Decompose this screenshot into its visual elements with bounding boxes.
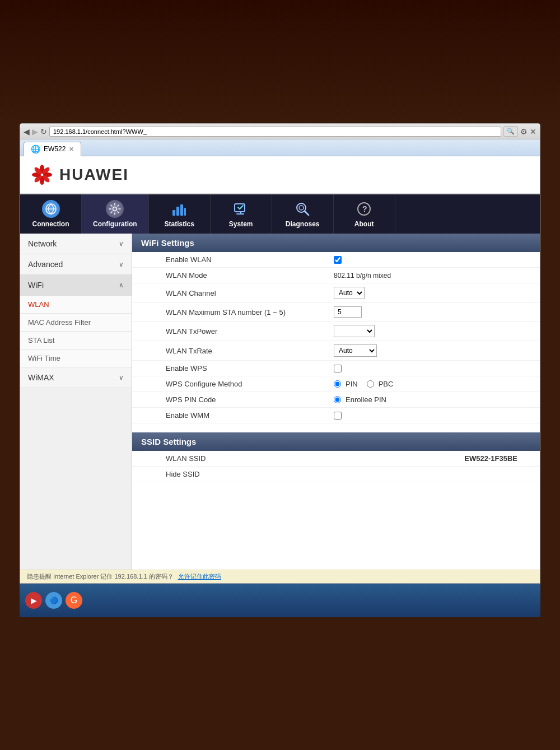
wlan-txrate-value: Auto 1Mbps 2Mbps 5.5Mbps 11Mbps bbox=[334, 344, 529, 357]
sidebar-item-wifi[interactable]: WiFi ∧ bbox=[20, 275, 132, 296]
sidebar-subitem-mac-filter[interactable]: MAC Address Filter bbox=[20, 314, 132, 332]
wps-pin-option[interactable]: PIN bbox=[334, 380, 358, 388]
wps-pbc-radio[interactable] bbox=[367, 380, 374, 388]
sta-list-label: STA List bbox=[28, 336, 54, 344]
setting-hide-ssid: Hide SSID bbox=[132, 467, 540, 482]
wimax-chevron-icon: ∨ bbox=[119, 374, 124, 381]
setting-wlan-txrate: WLAN TxRate Auto 1Mbps 2Mbps 5.5Mbps 11M… bbox=[132, 341, 540, 361]
settings-icon[interactable]: ⚙ bbox=[520, 127, 528, 136]
taskbar-icon-chrome[interactable]: 🔵 bbox=[45, 592, 62, 609]
wps-enrollee-radio[interactable] bbox=[334, 396, 341, 403]
tab-diagnoses[interactable]: Diagnoses bbox=[272, 194, 334, 234]
wps-configure-method-value: PIN PBC bbox=[334, 380, 529, 388]
wimax-label: WiMAX bbox=[28, 373, 54, 382]
setting-wlan-ssid: WLAN SSID EW522-1F35BE bbox=[132, 451, 540, 467]
wlan-label: WLAN bbox=[28, 300, 49, 309]
wlan-max-sta-label: WLAN Maximum STA number (1 ~ 5) bbox=[143, 308, 334, 316]
browser-tab-ew522[interactable]: 🌐 EW522 ✕ bbox=[24, 142, 81, 156]
tab-statistics[interactable]: Statistics bbox=[149, 194, 211, 234]
wlan-max-sta-input[interactable] bbox=[334, 306, 362, 318]
page-body: Network ∨ Advanced ∨ WiFi ∧ WLAN MAC Add… bbox=[20, 234, 540, 570]
sidebar-subitem-wifi-time[interactable]: WiFi Time bbox=[20, 350, 132, 367]
back-icon[interactable]: ◀ bbox=[24, 127, 30, 136]
svg-point-10 bbox=[113, 207, 117, 211]
bottom-bar: 隐患提醒 Internet Explorer 记住 192.168.1.1 的密… bbox=[20, 570, 540, 583]
network-label: Network bbox=[28, 239, 57, 248]
wps-pin-code-label: WPS PIN Code bbox=[143, 395, 334, 404]
sidebar: Network ∨ Advanced ∨ WiFi ∧ WLAN MAC Add… bbox=[20, 234, 132, 570]
tab-title: EW522 bbox=[44, 145, 66, 153]
wps-pin-code-value: Enrollee PIN bbox=[334, 395, 529, 404]
wps-pin-type-group: Enrollee PIN bbox=[334, 395, 386, 404]
tab-connection[interactable]: Connection bbox=[20, 194, 82, 234]
wps-pin-radio[interactable] bbox=[334, 380, 341, 388]
wlan-txrate-select[interactable]: Auto 1Mbps 2Mbps 5.5Mbps 11Mbps bbox=[334, 344, 377, 357]
enrollee-pin-text: Enrollee PIN bbox=[346, 395, 386, 404]
huawei-logo-icon bbox=[29, 162, 55, 188]
sidebar-subitem-wlan[interactable]: WLAN bbox=[20, 296, 132, 314]
about-icon: ? bbox=[355, 200, 373, 218]
wlan-channel-label: WLAN Channel bbox=[143, 289, 334, 297]
bottom-bar-text: 隐患提醒 Internet Explorer 记住 192.168.1.1 的密… bbox=[27, 572, 174, 581]
sidebar-item-advanced[interactable]: Advanced ∨ bbox=[20, 254, 132, 275]
wlan-mode-label: WLAN Mode bbox=[143, 271, 334, 279]
tab-bar: 🌐 EW522 ✕ bbox=[20, 139, 540, 156]
url-bar[interactable] bbox=[49, 127, 501, 137]
huawei-logo: HUAWEI bbox=[29, 162, 129, 188]
sidebar-item-network[interactable]: Network ∨ bbox=[20, 234, 132, 254]
browser-toolbar: ◀ ▶ ↻ 🔍 ⚙ ✕ bbox=[20, 124, 540, 139]
sidebar-subitem-sta-list[interactable]: STA List bbox=[20, 332, 132, 350]
wifi-time-label: WiFi Time bbox=[28, 354, 60, 362]
wifi-settings-header: WiFi Settings bbox=[132, 234, 540, 252]
setting-wps-pin-code: WPS PIN Code Enrollee PIN bbox=[132, 392, 540, 408]
main-content: HUAWEI Connection bbox=[20, 156, 540, 583]
enable-wps-value bbox=[334, 365, 529, 372]
tab-system[interactable]: System bbox=[211, 194, 272, 234]
enable-wlan-checkbox[interactable] bbox=[334, 256, 342, 264]
setting-wlan-max-sta: WLAN Maximum STA number (1 ~ 5) bbox=[132, 303, 540, 322]
wlan-txpower-label: WLAN TxPower bbox=[143, 327, 334, 336]
enable-wmm-checkbox[interactable] bbox=[334, 412, 342, 420]
enable-wmm-value bbox=[334, 412, 529, 420]
svg-text:?: ? bbox=[362, 204, 367, 213]
wlan-channel-select[interactable]: Auto 1234 5678 91011 bbox=[334, 287, 365, 299]
sidebar-item-wimax[interactable]: WiMAX ∨ bbox=[20, 367, 132, 388]
search-button[interactable]: 🔍 bbox=[503, 126, 518, 137]
mac-filter-label: MAC Address Filter bbox=[28, 318, 91, 327]
advanced-label: Advanced bbox=[28, 260, 63, 269]
forward-icon[interactable]: ▶ bbox=[32, 127, 38, 136]
wps-pbc-option[interactable]: PBC bbox=[367, 380, 394, 388]
statistics-tab-label: Statistics bbox=[164, 220, 194, 228]
page-header: HUAWEI bbox=[20, 156, 540, 194]
connection-tab-label: Connection bbox=[32, 220, 69, 228]
ssid-text: EW522-1F35BE bbox=[464, 454, 517, 463]
setting-wlan-mode: WLAN Mode 802.11 b/g/n mixed bbox=[132, 268, 540, 283]
network-chevron-icon: ∨ bbox=[119, 240, 124, 248]
ssid-settings-header: SSID Settings bbox=[132, 432, 540, 451]
enable-wps-checkbox[interactable] bbox=[334, 365, 342, 372]
configuration-icon bbox=[106, 200, 124, 218]
setting-enable-wmm: Enable WMM bbox=[132, 408, 540, 423]
tab-configuration[interactable]: Configuration bbox=[82, 194, 149, 234]
wlan-txpower-select[interactable]: High Medium Low bbox=[334, 325, 375, 337]
configuration-tab-label: Configuration bbox=[93, 220, 137, 228]
tab-about[interactable]: ? About bbox=[334, 194, 395, 234]
wps-enrollee-pin-option[interactable]: Enrollee PIN bbox=[334, 395, 386, 404]
wlan-mode-value: 802.11 b/g/n mixed bbox=[334, 272, 529, 279]
refresh-icon[interactable]: ↻ bbox=[40, 127, 47, 136]
system-icon bbox=[232, 200, 250, 218]
content-area: WiFi Settings Enable WLAN WLAN Mode 802.… bbox=[132, 234, 540, 570]
wlan-max-sta-value bbox=[334, 306, 529, 318]
taskbar-icon-google[interactable]: G bbox=[66, 592, 82, 609]
wifi-chevron-icon: ∧ bbox=[119, 281, 124, 289]
svg-line-17 bbox=[305, 211, 309, 215]
advanced-chevron-icon: ∨ bbox=[119, 260, 124, 268]
tab-close-button[interactable]: ✕ bbox=[69, 146, 74, 153]
tab-favicon: 🌐 bbox=[31, 145, 40, 153]
bottom-bar-action[interactable]: 允许记住此密码 bbox=[178, 572, 221, 581]
nav-tabs: Connection Configuration bbox=[20, 194, 540, 234]
wlan-ssid-label: WLAN SSID bbox=[143, 454, 334, 463]
svg-rect-13 bbox=[180, 204, 183, 216]
taskbar-icon-1[interactable]: ▶ bbox=[25, 592, 42, 609]
close-icon[interactable]: ✕ bbox=[530, 127, 536, 136]
